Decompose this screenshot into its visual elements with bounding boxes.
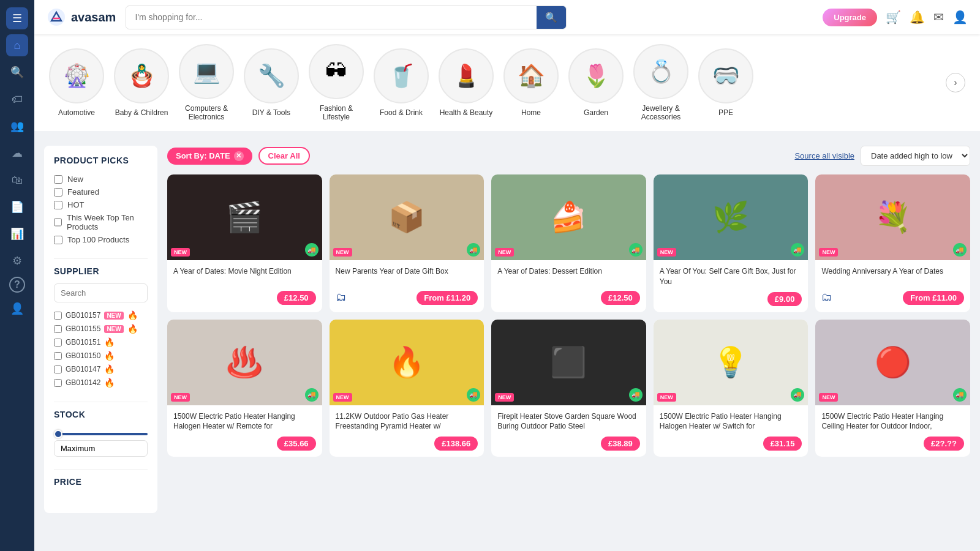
fire-icon-1: 🔥: [127, 310, 138, 320]
filter-hot[interactable]: HOT: [54, 198, 148, 211]
product-price-wrap-7: £138.66: [336, 437, 478, 451]
category-jewellery[interactable]: 💍 Jewellery & Accessories: [633, 44, 688, 121]
supplier-code: GB010157: [66, 311, 100, 320]
product-name-2: New Parents Year of Date Gift Box: [336, 266, 478, 286]
category-home-icon: 🏠: [503, 48, 559, 103]
supplier-gb010157-checkbox[interactable]: [54, 312, 62, 320]
product-info-4: A Year Of You: Self Care Gift Box, Just …: [654, 260, 809, 312]
fire-icon-2: 🔥: [127, 324, 138, 334]
nav-file-icon[interactable]: 📄: [6, 196, 28, 218]
price-title: PRICE: [54, 477, 148, 487]
supplier-gb010147[interactable]: GB010147 🔥: [54, 362, 148, 376]
supplier-gb010147-checkbox[interactable]: [54, 365, 62, 373]
category-automotive[interactable]: 🎡 Automotive: [49, 48, 104, 117]
supplier-gb010155-checkbox[interactable]: [54, 325, 62, 333]
product-card-5[interactable]: 💐 NEW 🚚 Wedding Anniversary A Year of Da…: [815, 174, 970, 312]
product-card-8[interactable]: ⬛ NEW 🚚 Firepit Heater Stove Garden Squa…: [491, 320, 646, 457]
supplier-gb010155[interactable]: GB010155 NEW 🔥: [54, 322, 148, 335]
category-home[interactable]: 🏠 Home: [503, 48, 559, 117]
product-card-7[interactable]: 🔥 NEW 🚚 11.2KW Outdoor Patio Gas Heater …: [330, 320, 484, 457]
product-picks-title: PRODUCT PICKS: [54, 156, 148, 165]
supplier-gb010157[interactable]: GB010157 NEW 🔥: [54, 309, 148, 322]
filter-featured[interactable]: Featured: [54, 186, 148, 198]
nav-tag-icon[interactable]: 🏷: [6, 88, 28, 110]
filter-top100-checkbox[interactable]: [54, 236, 62, 244]
products-toolbar: Sort By: DATE ✕ Clear All Source all vis…: [167, 146, 970, 166]
nav-bag-icon[interactable]: 🛍: [6, 169, 28, 191]
filter-top100[interactable]: Top 100 Products: [54, 233, 148, 246]
category-diy-icon: 🔧: [244, 48, 299, 103]
nav-users-icon[interactable]: 👥: [6, 115, 28, 137]
nav-search-icon[interactable]: 🔍: [6, 61, 28, 83]
category-fashion[interactable]: 🕶 Fashion & Lifestyle: [309, 44, 364, 121]
filter-new-checkbox[interactable]: [54, 175, 62, 184]
user-avatar-icon[interactable]: 👤: [952, 10, 968, 24]
category-ppe[interactable]: 🥽 PPE: [698, 48, 753, 117]
product-card-4[interactable]: 🌿 NEW 🚚 A Year Of You: Self Care Gift Bo…: [654, 174, 809, 312]
product-name-7: 11.2KW Outdoor Patio Gas Heater Freestan…: [336, 411, 478, 432]
product-ship-badge-5: 🚚: [953, 243, 967, 257]
supplier-gb010150[interactable]: GB010150 🔥: [54, 349, 148, 362]
sort-select[interactable]: Date added high to low Date added low to…: [861, 146, 970, 166]
filter-new[interactable]: New: [54, 173, 148, 186]
supplier-gb010150-checkbox[interactable]: [54, 352, 62, 360]
nav-help-icon[interactable]: ?: [9, 277, 25, 293]
top-header: avasam 🔍 Upgrade 🛒 🔔 ✉ 👤: [34, 0, 980, 34]
product-ship-badge-8: 🚚: [629, 388, 643, 402]
product-area: PRODUCT PICKS New Featured HOT: [34, 136, 980, 523]
filter-week-top-checkbox[interactable]: [54, 218, 62, 227]
supplier-gb010142-checkbox[interactable]: [54, 379, 62, 387]
product-name-9: 1500W Electric Patio Heater Hanging Halo…: [660, 411, 802, 432]
category-computers-label: Computers & Electronics: [179, 104, 234, 121]
source-all-visible-link[interactable]: Source all visible: [794, 151, 854, 160]
product-new-badge-1: NEW: [171, 248, 190, 257]
messages-icon[interactable]: ✉: [933, 10, 944, 24]
product-price-3: £12.50: [601, 291, 640, 305]
category-bar: 🎡 Automotive 🪆 Baby & Children 💻 Compute…: [34, 34, 980, 131]
nav-menu-icon[interactable]: ☰: [6, 7, 28, 29]
category-garden[interactable]: 🌷 Garden: [568, 48, 624, 117]
search-button[interactable]: 🔍: [537, 6, 566, 29]
nav-chart-icon[interactable]: 📊: [6, 223, 28, 245]
category-health-label: Health & Beauty: [440, 108, 493, 117]
filter-hot-label: HOT: [67, 200, 84, 209]
category-next-button[interactable]: ›: [946, 73, 965, 92]
product-card-2[interactable]: 📦 NEW 🚚 New Parents Year of Date Gift Bo…: [330, 174, 484, 312]
category-food-drink[interactable]: 🥤 Food & Drink: [374, 48, 429, 117]
cart-icon[interactable]: 🛒: [886, 10, 901, 24]
filter-hot-checkbox[interactable]: [54, 201, 62, 209]
supplier-gb010151[interactable]: GB010151 🔥: [54, 335, 148, 349]
bell-icon[interactable]: 🔔: [910, 10, 925, 24]
product-card-10[interactable]: 🔴 NEW 🚚 1500W Electric Patio Heater Hang…: [815, 320, 970, 457]
product-image-8: ⬛ NEW 🚚: [491, 320, 646, 405]
product-price-9: £31.15: [763, 437, 802, 451]
nav-person-icon[interactable]: 👤: [6, 298, 28, 320]
category-baby-children-icon: 🪆: [114, 48, 169, 103]
search-bar[interactable]: 🔍: [126, 6, 567, 29]
product-card-9[interactable]: 💡 NEW 🚚 1500W Electric Patio Heater Hang…: [654, 320, 809, 457]
nav-home-icon[interactable]: ⌂: [6, 34, 28, 56]
category-computers-electronics[interactable]: 💻 Computers & Electronics: [179, 44, 234, 121]
category-diy-tools[interactable]: 🔧 DIY & Tools: [244, 48, 299, 117]
filter-week-top[interactable]: This Week Top Ten Products: [54, 211, 148, 233]
sort-badge-close-icon[interactable]: ✕: [234, 151, 244, 161]
category-health-beauty[interactable]: 💄 Health & Beauty: [439, 48, 494, 117]
category-computers-icon: 💻: [179, 44, 234, 99]
clear-all-button[interactable]: Clear All: [258, 147, 310, 165]
product-card-1[interactable]: 🎬 NEW 🚚 A Year of Dates: Movie Night Edi…: [167, 174, 322, 312]
filter-featured-checkbox[interactable]: [54, 188, 62, 197]
supplier-gb010142[interactable]: GB010142 🔥: [54, 376, 148, 389]
supplier-gb010151-checkbox[interactable]: [54, 339, 62, 347]
product-price-wrap-4: £9.00: [660, 292, 802, 306]
stock-max-input[interactable]: [54, 440, 148, 457]
product-card-6[interactable]: ♨️ NEW 🚚 1500W Electric Patio Heater Han…: [167, 320, 322, 457]
sort-by-date-badge[interactable]: Sort By: DATE ✕: [167, 148, 252, 165]
category-baby-children[interactable]: 🪆 Baby & Children: [114, 48, 169, 117]
upgrade-button[interactable]: Upgrade: [823, 9, 877, 26]
nav-settings-icon[interactable]: ⚙: [6, 250, 28, 272]
supplier-search-input[interactable]: [54, 283, 148, 302]
stock-slider[interactable]: [54, 433, 148, 435]
nav-cloud-icon[interactable]: ☁: [6, 142, 28, 164]
search-input[interactable]: [126, 7, 537, 27]
product-card-3[interactable]: 🍰 NEW 🚚 A Year of Dates: Dessert Edition…: [491, 174, 646, 312]
